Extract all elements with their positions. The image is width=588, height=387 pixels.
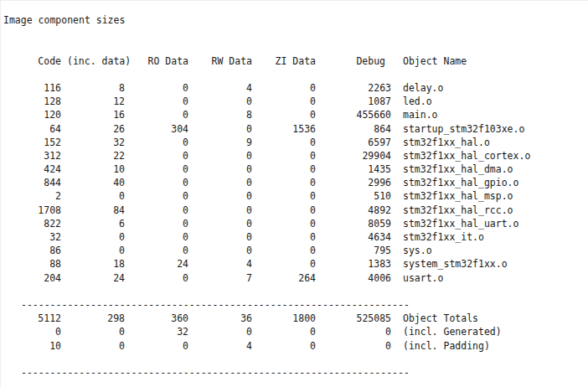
cell-inc-data: 8 <box>61 81 125 95</box>
cell-zi-data: 0 <box>252 176 316 189</box>
cell-rw-data: 0 <box>188 204 252 217</box>
table-row: 116 8 0 4 0 2263 delay.o <box>3 81 588 95</box>
cell-ro-data: 360 <box>125 312 188 325</box>
cell-ro-data: 0 <box>125 189 188 203</box>
header-rw-data: RW Data <box>188 54 252 68</box>
cell-debug: 0 <box>316 325 391 338</box>
cell-object-name: (incl. Padding) <box>391 339 588 353</box>
cell-ro-data: 0 <box>125 108 188 121</box>
cell-object-name: Object Totals <box>391 312 588 325</box>
cell-zi-data: 0 <box>252 108 316 121</box>
cell-zi-data: 0 <box>252 257 316 271</box>
cell-rw-data: 36 <box>188 312 252 325</box>
cell-inc-data: 10 <box>61 163 125 176</box>
table-row: 5112 298 360 36 1800 525085 Object Total… <box>3 312 588 325</box>
cell-inc-data: 12 <box>61 95 125 108</box>
cell-rw-data: 4 <box>188 339 252 353</box>
cell-zi-data: 1800 <box>252 312 316 325</box>
cell-object-name: delay.o <box>391 81 588 95</box>
cell-rw-data: 0 <box>188 95 252 108</box>
cell-ro-data: 0 <box>125 244 188 257</box>
cell-ro-data: 304 <box>125 122 188 136</box>
table-row: 822 6 0 0 0 8059 stm32f1xx_hal_uart.o <box>3 217 588 230</box>
cell-zi-data: 0 <box>252 217 316 230</box>
cell-debug: 1435 <box>316 163 391 176</box>
table-row: 128 12 0 0 0 1087 led.o <box>3 95 588 108</box>
cell-code: 204 <box>3 271 61 285</box>
cell-zi-data: 1536 <box>252 122 316 136</box>
cell-debug: 510 <box>316 189 391 203</box>
cell-ro-data: 0 <box>125 176 188 189</box>
cell-zi-data: 0 <box>252 325 316 338</box>
cell-code: 152 <box>3 136 61 149</box>
table-row: 1708 84 0 0 0 4892 stm32f1xx_hal_rcc.o <box>3 204 588 217</box>
cell-zi-data: 0 <box>252 95 316 108</box>
table-row: 32 0 0 0 0 4634 stm32f1xx_it.o <box>3 230 588 244</box>
cell-object-name: (incl. Generated) <box>391 325 588 338</box>
blank-line <box>3 40 588 54</box>
cell-inc-data: 0 <box>61 189 125 203</box>
cell-object-name: main.o <box>391 108 588 121</box>
cell-ro-data: 32 <box>125 325 188 338</box>
blank-line <box>3 68 588 81</box>
object-rows: 116 8 0 4 0 2263 delay.o 128 12 0 0 0 10… <box>3 81 588 285</box>
cell-debug: 864 <box>316 122 391 136</box>
cell-rw-data: 0 <box>188 149 252 163</box>
cell-object-name: stm32f1xx_hal.o <box>391 136 588 149</box>
header-zi-data: ZI Data <box>252 54 316 68</box>
cell-code: 424 <box>3 163 61 176</box>
cell-object-name: sys.o <box>391 244 588 257</box>
blank-line <box>3 27 588 40</box>
cell-ro-data: 0 <box>125 204 188 217</box>
table-row: 10 0 0 4 0 0 (incl. Padding) <box>3 339 588 353</box>
cell-debug: 795 <box>316 244 391 257</box>
cell-rw-data: 8 <box>188 108 252 121</box>
cell-debug: 2996 <box>316 176 391 189</box>
cell-ro-data: 0 <box>125 163 188 176</box>
cell-ro-data: 0 <box>125 81 188 95</box>
cell-inc-data: 298 <box>61 312 125 325</box>
cell-object-name: led.o <box>391 95 588 108</box>
cell-object-name: stm32f1xx_hal_gpio.o <box>391 176 588 189</box>
cell-inc-data: 18 <box>61 257 125 271</box>
cell-debug: 2263 <box>316 81 391 95</box>
table-row: 844 40 0 0 0 2996 stm32f1xx_hal_gpio.o <box>3 176 588 189</box>
cell-object-name: usart.o <box>391 271 588 285</box>
header-debug: Debug <box>310 54 385 68</box>
cell-inc-data: 22 <box>61 149 125 163</box>
cell-code: 64 <box>3 122 61 136</box>
cell-inc-data: 16 <box>61 108 125 121</box>
cell-zi-data: 0 <box>252 244 316 257</box>
cell-rw-data: 4 <box>188 257 252 271</box>
cell-object-name: stm32f1xx_hal_dma.o <box>391 163 588 176</box>
cell-object-name: system_stm32f1xx.o <box>391 257 588 271</box>
table-row: 86 0 0 0 0 795 sys.o <box>3 244 588 257</box>
page-title: Image component sizes <box>3 13 588 27</box>
cell-inc-data: 40 <box>61 176 125 189</box>
cell-code: 844 <box>3 176 61 189</box>
cell-rw-data: 7 <box>188 271 252 285</box>
cell-inc-data: 0 <box>61 325 125 338</box>
cell-rw-data: 0 <box>188 244 252 257</box>
cell-ro-data: 0 <box>125 149 188 163</box>
cell-code: 120 <box>3 108 61 121</box>
header-object-name: Object Name <box>391 54 588 68</box>
cell-rw-data: 0 <box>188 122 252 136</box>
table-row: 88 18 24 4 0 1383 system_stm32f1xx.o <box>3 257 588 271</box>
header-ro-data: RO Data <box>125 54 188 68</box>
cell-zi-data: 0 <box>252 163 316 176</box>
cell-object-name: startup_stm32f103xe.o <box>391 122 588 136</box>
cell-debug: 4006 <box>316 271 391 285</box>
cell-debug: 1087 <box>316 95 391 108</box>
cell-zi-data: 0 <box>252 230 316 244</box>
cell-object-name: stm32f1xx_hal_msp.o <box>391 189 588 203</box>
cell-ro-data: 0 <box>125 136 188 149</box>
table-row: 152 32 0 9 0 6597 stm32f1xx_hal.o <box>3 136 588 149</box>
table-row: 120 16 0 8 0 455660 main.o <box>3 108 588 121</box>
cell-zi-data: 0 <box>252 81 316 95</box>
cell-debug: 6597 <box>316 136 391 149</box>
cell-ro-data: 0 <box>125 230 188 244</box>
cell-inc-data: 0 <box>61 230 125 244</box>
cell-code: 0 <box>3 325 61 338</box>
cell-code: 2 <box>3 189 61 203</box>
